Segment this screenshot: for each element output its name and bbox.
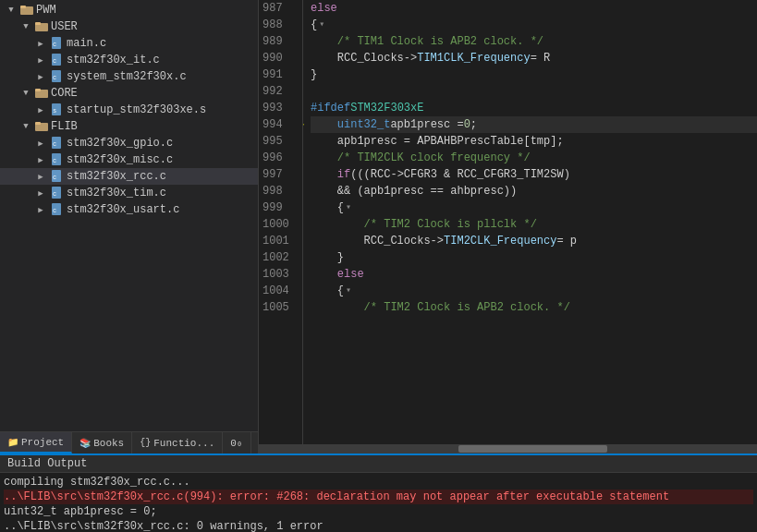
tree-item-core[interactable]: ▼ CORE [0,85,258,102]
code-lines[interactable]: else { ▾ /* TIM1 Clock is APB2 clock. */… [303,0,757,444]
scrollbar-thumb[interactable] [458,445,608,453]
folder-icon-core [34,86,49,101]
svg-text:c: c [53,157,56,164]
scrollbar-track[interactable] [259,445,757,453]
tree-item-rcc-c[interactable]: ▶ c stm32f30x_rcc.c [0,168,258,185]
expand-icon-startup: ▶ [33,103,48,117]
tree-item-it-c[interactable]: ▶ c stm32f30x_it.c [0,52,258,68]
tree-label-rcc-c: stm32f30x_rcc.c [67,170,166,183]
fold-1004[interactable]: ▾ [346,283,351,299]
tab-zero[interactable]: 0₀ [223,432,250,453]
sidebar: ▼ PWM ▼ USER ▶ c main.c [0,0,259,453]
tree-item-main-c[interactable]: ▶ c main.c [0,35,258,52]
tab-project-label: Project [21,437,64,448]
code-scroll-area[interactable]: 987 988 989 990 991 992 993 994 995 996 … [259,0,757,444]
file-icon-usart: c [50,202,65,217]
linenum-1002: 1002 [263,249,295,266]
code-line-987: else [311,0,757,17]
tab-functions[interactable]: {} Functio... [132,432,223,453]
tab-books[interactable]: 📚 Books [72,432,132,453]
code-line-992 [311,83,757,100]
tree-item-tim-c[interactable]: ▶ c stm32f30x_tim.c [0,185,258,201]
tab-functions-label: Functio... [153,438,214,449]
file-icon-startup: s [50,103,65,117]
linenum-989: 989 [263,33,295,50]
tree-label-tim-c: stm32f30x_tim.c [67,187,166,200]
code-text-1000: /* TIM2 Clock is pllclk */ [364,216,537,233]
file-icon-tim: c [50,186,65,200]
tab-templat[interactable]: Templat... [251,432,259,453]
tree-label-main-c: main.c [67,37,106,50]
svg-rect-1 [20,6,26,8]
svg-text:s: s [53,107,56,115]
expand-icon-main: ▶ [33,36,48,51]
code-line-998: && (apb1presc == ahbpresc)) [311,183,757,200]
tree-item-gpio-c[interactable]: ▶ c stm32f30x_gpio.c [0,135,258,151]
tree-item-startup[interactable]: ▶ s startup_stm32f303xe.s [0,102,258,118]
tree-label-core: CORE [51,87,78,100]
collapse-icon-flib: ▼ [18,119,33,134]
svg-text:c: c [53,74,56,81]
project-tab-icon: 📁 [7,437,18,448]
code-line-1001: RCC_Clocks->TIM2CLK_Frequency = p [311,233,757,249]
expand-icon-system: ▶ [33,69,48,84]
fold-988[interactable]: ▾ [319,17,324,33]
file-icon-it: c [50,53,65,67]
linenum-988: 988 [263,17,295,33]
linenum-1000: 1000 [263,216,295,233]
fold-999[interactable]: ▾ [346,200,351,216]
tree-item-flib[interactable]: ▼ FLIB [0,118,258,135]
file-icon-main: c [50,36,65,51]
folder-icon-user [34,19,49,34]
build-line-0: compiling stm32f30x_rcc.c... [4,475,753,490]
build-output-content: compiling stm32f30x_rcc.c... ..\FLIB\src… [0,473,757,532]
tab-project[interactable]: 📁 Project [0,432,72,453]
svg-text:c: c [53,207,56,214]
tree-item-user[interactable]: ▼ USER [0,18,258,35]
functions-tab-icon: {} [140,438,151,448]
code-text-991: } [311,66,317,83]
linenum-997: 997 [263,166,295,183]
tab-zero-label: 0₀ [230,437,242,449]
build-output-panel: Build Output compiling stm32f30x_rcc.c..… [0,453,757,532]
collapse-icon-core: ▼ [18,86,33,101]
file-icon-rcc: c [50,169,65,184]
tree-item-system-c[interactable]: ▶ c system_stm32f30x.c [0,68,258,85]
tree-item-misc-c[interactable]: ▶ c stm32f30x_misc.c [0,151,258,168]
code-text-1005: /* TIM2 Clock is APB2 clock. */ [364,299,570,316]
folder-icon-pwm [19,3,34,18]
file-tree: ▼ PWM ▼ USER ▶ c main.c [0,0,258,431]
tree-item-usart-c[interactable]: ▶ c stm32f30x_usart.c [0,201,258,218]
code-line-1005: /* TIM2 Clock is APB2 clock. */ [311,299,757,316]
books-tab-icon: 📚 [79,438,91,449]
code-line-999: { ▾ [311,200,757,216]
code-line-988: { ▾ [311,17,757,33]
code-text-988: { [311,17,317,33]
horizontal-scrollbar[interactable] [259,444,757,453]
linenum-993: 993 [263,100,295,116]
code-line-990: RCC_Clocks->TIM1CLK_Frequency = R [311,50,757,66]
tree-label-flib: FLIB [51,120,78,133]
linenum-996: 996 [263,150,295,166]
line-numbers: 987 988 989 990 991 992 993 994 995 996 … [259,0,303,444]
code-line-997: if (((RCC->CFGR3 & RCC_CFGR3_TIM2SW) [311,166,757,183]
tree-item-pwm[interactable]: ▼ PWM [0,2,258,18]
code-line-1003: else [311,266,757,283]
expand-icon-gpio: ▶ [33,136,48,151]
linenum-1001: 1001 [263,233,295,249]
linenum-995: 995 [263,133,295,150]
svg-rect-15 [35,122,41,125]
code-line-1000: /* TIM2 Clock is pllclk */ [311,216,757,233]
code-text-989: /* TIM1 Clock is APB2 clock. */ [337,33,543,50]
build-line-3: ..\FLIB\src\stm32f30x_rcc.c: 0 warnings,… [4,519,753,532]
linenum-1003: 1003 [263,266,295,283]
svg-text:c: c [53,190,56,198]
linenum-994: 994 [263,116,295,133]
linenum-998: 998 [263,183,295,200]
file-icon-misc: c [50,152,65,167]
linenum-1005: 1005 [263,299,295,316]
linenum-990: 990 [263,50,295,66]
code-line-1002: } [311,249,757,266]
file-icon-system: c [50,69,65,84]
tree-label-it-c: stm32f30x_it.c [67,54,160,66]
